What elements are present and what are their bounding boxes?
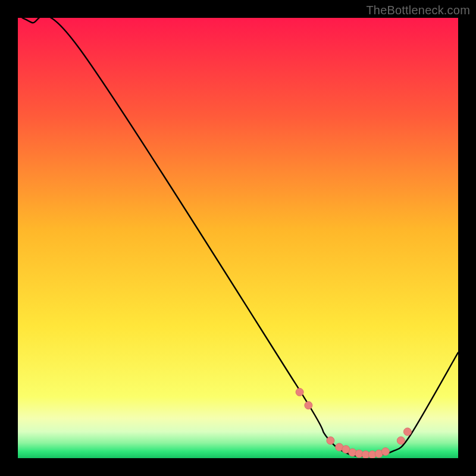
marker-point	[327, 437, 334, 444]
marker-point	[403, 428, 411, 436]
gradient-background	[18, 18, 458, 458]
chart-plot	[18, 18, 458, 458]
marker-point	[381, 447, 389, 455]
marker-point	[305, 402, 312, 409]
watermark-text: TheBottleneck.com	[366, 4, 470, 17]
chart-frame: TheBottleneck.com	[0, 0, 476, 476]
marker-point	[296, 389, 303, 396]
marker-point	[397, 437, 405, 444]
